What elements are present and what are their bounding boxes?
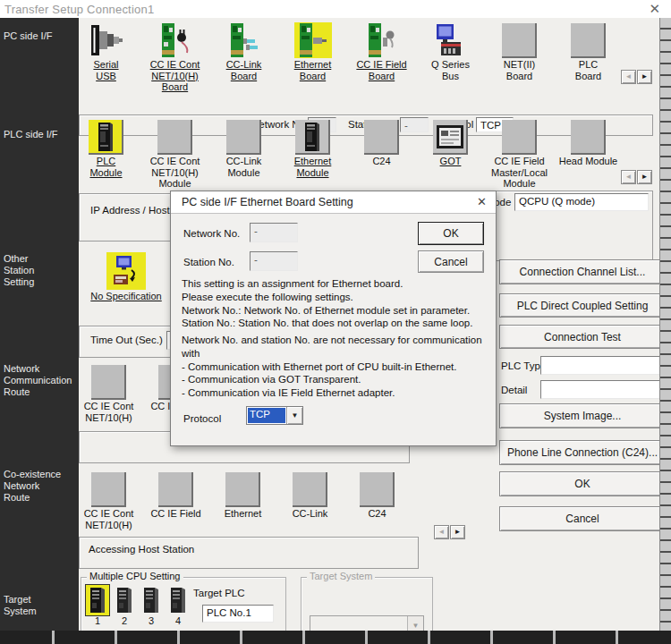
pc-item-q-series-bus[interactable]: Q Series Bus [416,22,485,93]
multiple-cpu-group: Multiple CPU Setting 1 2 3 [81,577,286,632]
sidebar-item-pc-side: PC side I/F [4,30,52,42]
net-route-item-cc-ie-cont[interactable]: CC IE Cont NET/10(H) [75,364,142,423]
cc-ie-cont-board-icon [157,22,194,58]
coex-item-ethernet[interactable]: Ethernet [209,471,276,530]
ethernet-board-setting-dialog: PC side I/F Ethernet Board Setting ✕ Net… [170,191,497,446]
cpu-tower-icon [166,585,190,615]
coex-item-cc-ie-field[interactable]: CC IE Field [142,471,209,530]
cancel-button[interactable]: Cancel [499,506,666,531]
dialog-protocol-label: Protocol [183,412,221,426]
pc-item-cc-ie-field-board[interactable]: CC IE Field Board [347,22,416,93]
coex-item-cc-link[interactable]: CC-Link [276,471,344,530]
system-image-button[interactable]: System Image... [499,403,666,428]
gray-module-icon [90,471,128,507]
cpu-2[interactable]: 2 [112,585,137,626]
coex-label: C24 [344,508,411,520]
photo-edge-right [659,18,671,644]
gray-module-icon [292,471,329,507]
cpu-3[interactable]: 3 [139,585,164,626]
pc-item-ethernet-board[interactable]: Ethernet Board [278,22,347,93]
pc-item-plc-board[interactable]: PLC Board [554,22,623,93]
pc-item-serial-usb[interactable]: Serial USB [72,22,140,93]
gray-module-icon [501,119,539,155]
no-specification-icon [106,252,146,290]
connection-test-button[interactable]: Connection Test [499,325,666,349]
photo-edge-bottom [0,631,671,644]
plc-item-cc-link-module[interactable]: CC-Link Module [209,119,278,190]
ok-button[interactable]: OK [499,471,666,496]
coex-label: CC IE Field [142,508,209,520]
pc-item-label: NET(II) Board [485,59,554,81]
coex-label: CC-Link [276,508,344,520]
sidebar-item-target-system: Target System [4,594,37,617]
coex-label: CC IE Cont NET/10(H) [75,508,142,530]
net-route-label: CC IE Cont NET/10(H) [75,401,142,423]
dialog-ok-button[interactable]: OK [418,222,484,245]
plc-item-label: PLC Module [72,156,140,178]
plc-item-plc-module[interactable]: PLC Module [72,119,140,190]
scroll-right-icon[interactable]: ► [637,170,652,184]
transfer-setup-window: Transfer Setup Connection1 ✕ Serial USB [0,0,671,644]
plc-item-head-module[interactable]: Head Module [554,119,623,190]
other-station-no-spec[interactable]: No Specification [77,252,175,302]
detail-label: Detail [501,385,527,395]
pc-item-label: Ethernet Board [278,59,347,81]
sidebar-item-plc-side: PLC side I/F [4,129,58,140]
cpu-tower-icon [86,585,109,615]
scroll-right-icon[interactable]: ► [450,525,465,539]
dialog-cancel-button[interactable]: Cancel [418,250,484,273]
dialog-network-no-field[interactable]: - [250,223,298,242]
pc-item-net2-board[interactable]: NET(II) Board [485,22,554,93]
scroll-left-icon[interactable]: ◄ [434,525,449,539]
plc-side-icon-row: PLC Module CC IE Cont NET/10(H) Module C… [72,119,623,190]
plc-item-got[interactable]: GOT [416,119,485,190]
coex-item-cc-ie-cont[interactable]: CC IE Cont NET/10(H) [75,471,142,530]
plc-item-label: GOT [416,156,485,167]
pc-item-label: CC IE Cont NET/10(H) Board [140,59,209,93]
dialog-title-bar: PC side I/F Ethernet Board Setting ✕ [171,191,496,214]
plc-direct-coupled-button[interactable]: PLC Direct Coupled Setting [499,293,666,318]
plc-module-icon [88,119,125,155]
scroll-left-icon[interactable]: ◄ [621,70,636,84]
cpu-number: 3 [139,615,164,626]
plc-item-c24[interactable]: C24 [347,119,416,190]
scroll-left-icon[interactable]: ◄ [621,170,636,184]
pc-item-cc-link-board[interactable]: CC-Link Board [209,22,278,93]
gray-module-icon [225,119,263,155]
protocol-dropdown[interactable]: TCP ▼ [246,406,303,425]
accessing-host-box: Accessing Host Station [79,537,419,569]
pc-item-cc-ie-cont-board[interactable]: CC IE Cont NET/10(H) Board [140,22,209,93]
cpu-4[interactable]: 4 [166,585,191,626]
plc-item-label: CC IE Field Master/Local Module [485,156,554,190]
gray-module-icon [225,471,262,507]
q-series-bus-icon [432,22,470,58]
gray-module-icon [359,471,396,507]
cpu-number: 1 [85,615,110,626]
detail-field [540,380,664,399]
plc-item-cc-ie-field-master[interactable]: CC IE Field Master/Local Module [485,119,554,190]
pc-side-icon-row: Serial USB [72,22,623,93]
ethernet-module-icon [294,119,332,155]
window-close-icon[interactable]: ✕ [649,1,660,17]
dialog-station-no-field[interactable]: - [250,251,298,271]
plc-row-scroll: ◄ ► [621,170,652,184]
dropdown-arrow-icon[interactable]: ▼ [286,407,302,424]
pc-row-scroll: ◄ ► [621,70,652,84]
cpu-1[interactable]: 1 [85,585,110,626]
gray-module-icon [90,364,128,400]
cpu-number: 2 [112,615,137,626]
cpu-number: 4 [166,615,191,626]
coex-item-c24[interactable]: C24 [344,471,411,530]
phone-line-connection-button[interactable]: Phone Line Connection (C24)... [499,440,666,465]
plc-item-ethernet-module[interactable]: Ethernet Module [278,119,347,190]
plc-item-cc-ie-cont-module[interactable]: CC IE Cont NET/10(H) Module [140,119,209,190]
scroll-right-icon[interactable]: ► [637,70,652,84]
connection-channel-list-button[interactable]: Connection Channel List... [499,259,666,284]
plc-item-label: Ethernet Module [278,156,347,178]
gray-module-icon [570,119,607,155]
plc-item-label: CC-Link Module [209,156,278,178]
gray-board-icon [570,22,607,58]
dialog-close-icon[interactable]: ✕ [477,195,487,208]
multiple-cpu-legend: Multiple CPU Setting [87,571,183,581]
dialog-title: PC side I/F Ethernet Board Setting [182,196,353,208]
